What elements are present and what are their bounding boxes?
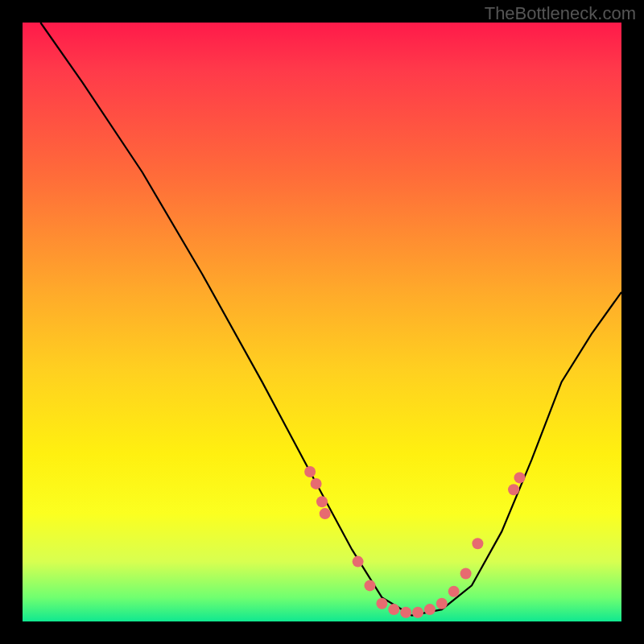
data-marker [508,484,519,495]
data-marker [400,607,411,618]
data-marker [320,508,331,519]
data-marker [304,466,316,477]
data-marker [424,604,436,615]
data-marker [460,568,472,580]
data-marker [436,598,448,609]
data-marker [316,496,328,507]
data-marker [514,472,526,483]
data-markers [304,466,525,618]
chart-plot-area [23,23,621,621]
data-marker [388,604,399,615]
chart-svg [23,23,621,621]
watermark-label: TheBottleneck.com [485,3,636,24]
data-marker [311,478,322,489]
data-marker [353,556,364,568]
data-marker [448,586,460,597]
data-marker [365,580,376,591]
data-marker [376,598,387,609]
data-marker [472,538,483,549]
bottleneck-curve [40,23,621,616]
data-marker [412,607,423,618]
